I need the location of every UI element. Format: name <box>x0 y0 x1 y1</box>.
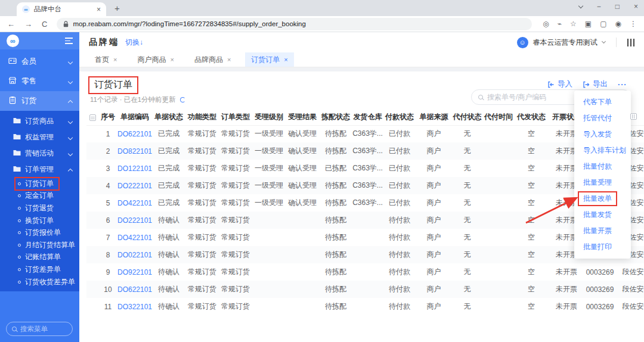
chevron-up-icon <box>68 100 73 104</box>
table-cell: 常规订货 <box>185 212 219 229</box>
sidebar-leaf-item-0[interactable]: 订货订单 <box>0 178 79 190</box>
table-row-11[interactable]: 11DO322101待确认常规订货常规订货待拣配待付款商户无空未开票000326… <box>86 298 644 315</box>
sidebar-leaf-item-5[interactable]: 月结订货结算单 <box>0 239 79 251</box>
sidebar-group-item-1[interactable]: 权益管理 <box>0 129 79 145</box>
order-code-link[interactable]: DO022101 <box>117 246 152 263</box>
dropdown-item-6[interactable]: 批量改单 <box>574 191 631 207</box>
sidebar-leaf-item-1[interactable]: 定金订单 <box>0 190 79 203</box>
sidebar-leaf-item-8[interactable]: 订货收货差异单 <box>0 276 79 288</box>
sidebar-leaf-item-4[interactable]: 订货报价单 <box>0 226 79 239</box>
sidebar-leaf-item-2[interactable]: 订货退货 <box>0 202 79 214</box>
dropdown-item-5[interactable]: 批量受理 <box>574 175 631 191</box>
window-close-icon[interactable]: × <box>634 2 638 11</box>
more-actions-button[interactable]: ··· <box>618 80 627 89</box>
avatar[interactable]: ☺ <box>517 37 528 48</box>
dropdown-item-2[interactable]: 导入发货 <box>574 126 631 142</box>
table-cell: 空 <box>514 125 549 142</box>
order-code-link[interactable]: DO122101 <box>117 160 152 177</box>
sidebar-parent-item-2[interactable]: 订货 <box>0 91 79 111</box>
new-tab-icon[interactable]: + <box>114 3 120 13</box>
dropdown-item-0[interactable]: 代客下单 <box>574 94 631 110</box>
sidebar-group-item-3[interactable]: 订单管理 <box>0 161 79 178</box>
dropdown-item-8[interactable]: 批量开票 <box>574 223 631 239</box>
export-button[interactable]: 导出 <box>583 79 608 89</box>
dropdown-item-4[interactable]: 批量付款 <box>574 158 631 175</box>
workspace-tab-1[interactable]: 商户商品× <box>131 52 179 67</box>
chevron-down-icon[interactable] <box>601 39 605 43</box>
table-row-10[interactable]: 10DO622101待确认常规订货常规订货待拣配待付款商户无空未开票000326… <box>86 281 644 298</box>
reading-list-icon[interactable]: ▢ <box>600 20 606 28</box>
import-button[interactable]: 导入 <box>547 79 572 89</box>
table-cell: 4 <box>98 177 117 194</box>
forward-icon[interactable]: → <box>24 20 32 29</box>
workspace-tab-2[interactable]: 品牌商品× <box>188 52 237 67</box>
column-settings-icon[interactable] <box>630 113 637 120</box>
dropdown-item-9[interactable]: 批量打印 <box>574 239 631 255</box>
folder-icon <box>13 117 21 126</box>
table-row-2[interactable]: 2DO822101已完成常规订货常规订货一级受理确认受理待拣配C363学...已… <box>86 142 644 160</box>
back-icon[interactable]: ← <box>7 20 15 29</box>
browser-tab[interactable]: ∞ 品牌中台 × <box>17 2 106 16</box>
table-row-8[interactable]: 8DO022101待确认常规订货常规订货待拣配待付款商户无空未开票0003269… <box>86 246 644 263</box>
sidebar-parent-item-1[interactable]: 零售 <box>0 71 79 91</box>
order-code-link[interactable]: DO822101 <box>117 142 152 160</box>
dropdown-item-7[interactable]: 批量发货 <box>574 207 631 223</box>
tab-close-icon[interactable]: × <box>113 56 117 63</box>
window-maximize-icon[interactable]: □ <box>615 2 620 11</box>
extensions-icon[interactable]: ▣ <box>585 20 592 28</box>
order-code-link[interactable]: DO422101 <box>117 229 152 246</box>
table-cell: 未开票 <box>549 298 584 315</box>
table-row-7[interactable]: 7DO422101待确认常规订货常规订货待拣配待付款商户无空未开票段佐安 <box>86 229 644 246</box>
table-row-6[interactable]: 6DO222101待确认常规订货常规订货待拣配待付款商户无空未开票段佐安 <box>86 212 644 229</box>
tab-close-icon[interactable]: × <box>170 56 174 63</box>
layout-columns-icon[interactable] <box>627 39 635 46</box>
sidebar-collapse-icon[interactable] <box>65 38 73 44</box>
table-cell: 待拣配 <box>319 177 352 194</box>
tab-search-icon[interactable] <box>578 3 583 8</box>
table-row-5[interactable]: 5DO422101已完成常规订货常规订货一级受理确认受理待拣配C363学...已… <box>86 194 644 212</box>
table-row-4[interactable]: 4DO222101已完成常规订货常规订货一级受理确认受理待拣配C363学...已… <box>86 177 644 194</box>
address-bar[interactable]: mop.reabam.com/mgr/?lodingTime=166727283… <box>57 18 532 30</box>
reload-icon[interactable]: C <box>42 20 47 29</box>
order-code-link[interactable]: DO222101 <box>117 212 152 229</box>
sidebar-parent-item-0[interactable]: 会员 <box>0 52 79 71</box>
table-row-3[interactable]: 3DO122101已完成常规订货常规订货一级受理确认受理已拣配C363学...已… <box>86 160 644 177</box>
refresh-icon[interactable] <box>180 97 185 102</box>
sidebar-search[interactable] <box>6 322 73 336</box>
send-to-devices-icon[interactable]: ◎ <box>543 20 549 28</box>
table-row-9[interactable]: 9DO922101待确认常规订货常规订货待拣配待付款商户无空未开票0003269… <box>86 263 644 281</box>
order-code-link[interactable]: DO222101 <box>117 177 152 194</box>
workspace-tab-3[interactable]: 订货订单× <box>245 52 293 67</box>
share-icon[interactable]: ⌁ <box>558 20 562 28</box>
tab-close-icon[interactable]: × <box>97 5 101 14</box>
sidebar-leaf-item-7[interactable]: 订货差异单 <box>0 263 79 276</box>
tab-close-icon[interactable]: × <box>227 56 231 63</box>
table-cell <box>286 246 319 263</box>
sidebar-search-input[interactable] <box>20 325 62 332</box>
table-settings-icon[interactable] <box>89 114 96 121</box>
window-minimize-icon[interactable]: − <box>597 2 601 11</box>
user-name[interactable]: 睿本云运营专用测试 <box>533 38 597 48</box>
tab-close-icon[interactable]: × <box>284 56 287 63</box>
browser-menu-icon[interactable]: ⋮ <box>630 20 637 28</box>
table-cell: 已付款 <box>383 160 416 177</box>
sidebar-group-item-2[interactable]: 营销活动 <box>0 145 79 161</box>
order-code-link[interactable]: DO322101 <box>117 298 152 315</box>
order-code-link[interactable]: DO922101 <box>117 263 152 281</box>
dropdown-item-3[interactable]: 导入排车计划 <box>574 142 631 158</box>
table-cell: 0003269 <box>584 263 615 281</box>
order-code-link[interactable]: DO622101 <box>117 125 152 142</box>
bookmark-star-icon[interactable]: ☆ <box>570 20 577 28</box>
order-code-link[interactable]: DO622101 <box>117 281 152 298</box>
workspace-tab-0[interactable]: 首页× <box>89 52 123 67</box>
app-topbar: 品牌端 切换↓ ☺ 睿本云运营专用测试 <box>79 32 644 52</box>
sidebar-group-item-0[interactable]: 订货商品 <box>0 113 79 129</box>
dropdown-item-1[interactable]: 托管代付 <box>574 110 631 126</box>
sidebar-leaf-item-3[interactable]: 换货订单 <box>0 214 79 227</box>
table-row-1[interactable]: 1DO622101已完成常规订货常规订货一级受理确认受理待拣配C363学...已… <box>86 125 644 142</box>
clipboard-icon <box>8 96 17 106</box>
switch-link[interactable]: 切换↓ <box>125 38 143 48</box>
order-code-link[interactable]: DO422101 <box>117 194 152 212</box>
sidebar-leaf-item-6[interactable]: 记账结算单 <box>0 251 79 264</box>
profile-icon[interactable]: ◉ <box>615 20 621 28</box>
